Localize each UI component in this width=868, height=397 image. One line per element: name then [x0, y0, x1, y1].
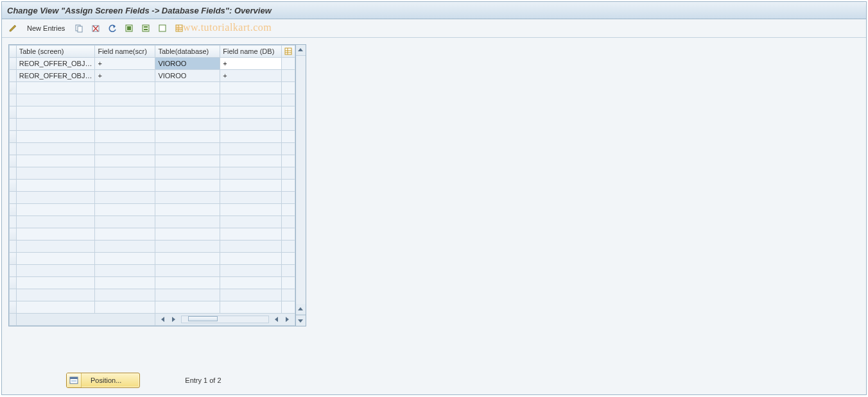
watermark-text: www.tutorialkart.com — [175, 22, 272, 33]
page-title: Change View "Assign Screen Fields -> Dat… — [7, 6, 272, 15]
table-row[interactable]: REOR_OFFER_OBJ… + VIOROO + — [10, 70, 295, 82]
table-row[interactable] — [10, 204, 295, 216]
title-bar: Change View "Assign Screen Fields -> Dat… — [2, 2, 866, 19]
select-all-icon[interactable] — [122, 21, 136, 35]
row-selector[interactable] — [10, 58, 17, 70]
undo-icon[interactable] — [105, 21, 119, 35]
select-block-icon[interactable] — [139, 21, 153, 35]
grid-header-row: Table (screen) Field name(scr) Table(dat… — [10, 46, 295, 58]
table-row[interactable] — [10, 94, 295, 106]
svg-rect-8 — [159, 25, 166, 31]
svg-rect-13 — [285, 48, 291, 55]
scroll-left-end-icon[interactable] — [272, 315, 281, 324]
new-entries-button[interactable]: New Entries — [22, 21, 69, 35]
scroll-down-icon[interactable] — [296, 315, 306, 326]
position-icon — [67, 373, 82, 387]
table-row[interactable] — [10, 82, 295, 94]
cell-db-table[interactable]: VIOROO — [155, 70, 220, 82]
svg-rect-19 — [71, 380, 76, 382]
table-row[interactable] — [10, 216, 295, 228]
vertical-scrollbar[interactable] — [295, 45, 306, 326]
svg-rect-9 — [176, 25, 182, 31]
configure-columns-icon[interactable] — [281, 46, 295, 58]
table-row[interactable] — [10, 180, 295, 192]
table-row[interactable] — [10, 265, 295, 277]
cell-db-table[interactable]: VIOROO — [155, 58, 220, 70]
data-grid: Table (screen) Field name(scr) Table(dat… — [8, 44, 306, 326]
horizontal-scrollbar-row — [10, 314, 295, 326]
col-screen-table[interactable]: Table (screen) — [16, 46, 95, 58]
svg-rect-18 — [70, 377, 78, 379]
table-row[interactable] — [10, 253, 295, 265]
cell-screen-table[interactable]: REOR_OFFER_OBJ… — [16, 70, 95, 82]
toolbar: New Entries www.tutorialkart.com — [2, 19, 866, 38]
cell-screen-field[interactable]: + — [95, 58, 155, 70]
table-row[interactable] — [10, 155, 295, 167]
table-row[interactable]: REOR_OFFER_OBJ… + VIOROO + — [10, 58, 295, 70]
toggle-edit-icon[interactable] — [6, 21, 20, 35]
table-row[interactable] — [10, 167, 295, 180]
scroll-up-icon[interactable] — [296, 45, 306, 56]
table-row[interactable] — [10, 289, 295, 301]
copy-icon[interactable] — [72, 21, 86, 35]
svg-rect-1 — [78, 26, 82, 32]
cell-screen-table[interactable]: REOR_OFFER_OBJ… — [16, 58, 95, 70]
table-row[interactable] — [10, 277, 295, 289]
scroll-right-end-icon[interactable] — [282, 315, 291, 324]
table-row[interactable] — [10, 192, 295, 204]
col-db-field[interactable]: Field name (DB) — [220, 46, 281, 58]
table-row[interactable] — [10, 241, 295, 253]
cell-db-field[interactable]: + — [220, 70, 281, 82]
scroll-right-icon[interactable] — [169, 315, 178, 324]
table-row[interactable] — [10, 131, 295, 143]
table-row[interactable] — [10, 301, 295, 314]
row-selector[interactable] — [10, 70, 17, 82]
svg-rect-4 — [127, 26, 131, 30]
delete-icon[interactable] — [89, 21, 103, 35]
col-screen-field[interactable]: Field name(scr) — [95, 46, 155, 58]
position-button-label: Position... — [82, 376, 139, 384]
scroll-up-step-icon[interactable] — [296, 304, 306, 315]
table-row[interactable] — [10, 119, 295, 131]
horizontal-scrollbar[interactable] — [158, 314, 291, 325]
grid-table: Table (screen) Field name(scr) Table(dat… — [9, 45, 295, 326]
row-selector-header[interactable] — [10, 46, 17, 58]
svg-rect-7 — [144, 29, 148, 30]
col-db-table[interactable]: Table(database) — [155, 46, 220, 58]
scroll-left-icon[interactable] — [159, 315, 168, 324]
deselect-all-icon[interactable] — [155, 21, 169, 35]
cell-db-field[interactable]: + — [220, 58, 281, 70]
cell-screen-field[interactable]: + — [95, 70, 155, 82]
table-row[interactable] — [10, 106, 295, 119]
position-button[interactable]: Position... — [66, 373, 140, 388]
table-row[interactable] — [10, 228, 295, 241]
entry-counter: Entry 1 of 2 — [185, 376, 221, 384]
table-row[interactable] — [10, 143, 295, 155]
footer: Position... Entry 1 of 2 — [2, 373, 866, 388]
svg-rect-5 — [143, 25, 149, 31]
table-settings-icon[interactable] — [172, 21, 186, 35]
svg-rect-6 — [144, 26, 148, 28]
